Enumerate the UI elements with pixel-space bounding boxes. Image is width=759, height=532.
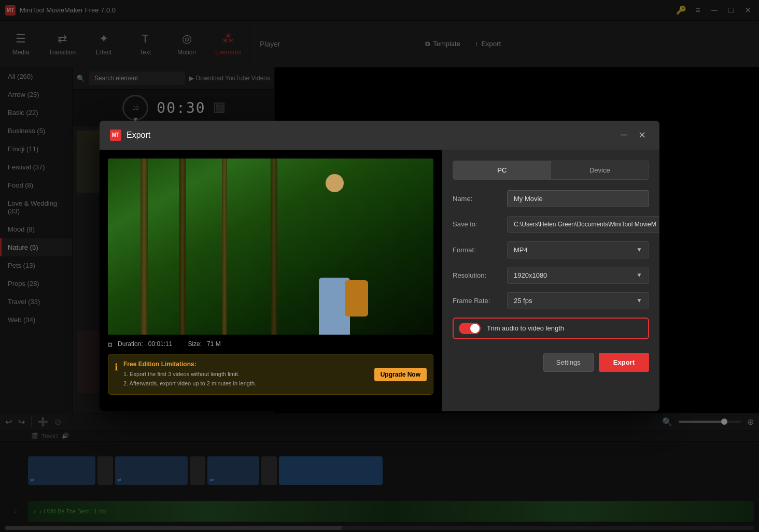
resolution-setting-row: Resolution: 1920x1080 ▼ bbox=[453, 267, 649, 284]
frame-rate-label: Frame Rate: bbox=[453, 297, 502, 305]
tree-trunk-2 bbox=[179, 159, 186, 335]
resolution-label: Resolution: bbox=[453, 271, 502, 279]
trim-audio-row: Trim audio to video length bbox=[453, 318, 649, 339]
chevron-down-icon: ▼ bbox=[636, 246, 642, 253]
limitation-title: Free Edition Limitations: bbox=[123, 361, 369, 368]
name-label: Name: bbox=[453, 195, 502, 203]
modal-header: MT Export ─ ✕ bbox=[100, 121, 659, 150]
size-label: Size: bbox=[188, 340, 202, 348]
duration-value: 00:01:11 bbox=[148, 340, 173, 348]
duration-label: Duration: bbox=[118, 340, 143, 348]
resolution-dropdown[interactable]: 1920x1080 ▼ bbox=[507, 267, 649, 284]
tree-trunk-4 bbox=[271, 159, 277, 335]
format-setting-row: Format: MP4 ▼ bbox=[453, 241, 649, 258]
tree-trunk-3 bbox=[222, 159, 227, 335]
save-to-setting-row: Save to: C:\Users\Helen Green\Documents\… bbox=[453, 215, 649, 233]
modal-minimize-button[interactable]: ─ bbox=[621, 130, 627, 140]
info-icon: ℹ bbox=[115, 362, 118, 373]
format-dropdown[interactable]: MP4 ▼ bbox=[507, 241, 649, 258]
limitation-line2: 2. Afterwards, export video up to 2 minu… bbox=[123, 379, 369, 389]
save-to-label: Save to: bbox=[453, 220, 502, 228]
modal-close-button[interactable]: ✕ bbox=[635, 128, 649, 142]
name-setting-row: Name: bbox=[453, 190, 649, 207]
tab-pc[interactable]: PC bbox=[453, 161, 551, 179]
limitation-text: Free Edition Limitations: 1. Export the … bbox=[123, 361, 369, 388]
preview-info: ⧈ Duration: 00:01:11 Size: 71 M bbox=[108, 340, 433, 349]
export-modal: MT Export ─ ✕ bbox=[100, 121, 659, 411]
name-input[interactable] bbox=[507, 190, 649, 207]
upgrade-now-button[interactable]: Upgrade Now bbox=[374, 368, 427, 381]
person-head bbox=[326, 174, 344, 192]
trim-audio-label: Trim audio to video length bbox=[487, 324, 564, 332]
frame-rate-value: 25 fps bbox=[514, 297, 532, 305]
modal-title: Export bbox=[126, 131, 615, 140]
modal-overlay: MT Export ─ ✕ bbox=[0, 0, 759, 532]
format-value: MP4 bbox=[514, 246, 528, 254]
tree-trunk-1 bbox=[140, 159, 148, 335]
export-modal-button[interactable]: Export bbox=[599, 353, 649, 372]
chevron-down-icon: ▼ bbox=[636, 271, 642, 279]
modal-settings: PC Device Name: Save to: C:\Users\Helen … bbox=[442, 150, 659, 411]
modal-logo: MT bbox=[110, 130, 121, 141]
person-figure bbox=[301, 174, 368, 335]
resolution-value: 1920x1080 bbox=[514, 271, 547, 279]
modal-preview: ⧈ Duration: 00:01:11 Size: 71 M ℹ Free E… bbox=[100, 150, 442, 411]
tab-device[interactable]: Device bbox=[551, 161, 649, 179]
person-body bbox=[319, 278, 350, 335]
preview-image bbox=[108, 159, 433, 335]
save-to-input-group: C:\Users\Helen Green\Documents\MiniTool … bbox=[507, 215, 659, 233]
save-to-path: C:\Users\Helen Green\Documents\MiniTool … bbox=[507, 216, 659, 233]
duration-icon: ⧈ bbox=[108, 340, 113, 349]
chevron-down-icon: ▼ bbox=[636, 297, 642, 304]
person-backpack bbox=[345, 280, 368, 317]
settings-button[interactable]: Settings bbox=[543, 353, 594, 372]
size-value: 71 M bbox=[207, 340, 221, 348]
frame-rate-setting-row: Frame Rate: 25 fps ▼ bbox=[453, 292, 649, 309]
format-label: Format: bbox=[453, 246, 502, 254]
toggle-knob bbox=[470, 324, 480, 333]
frame-rate-dropdown[interactable]: 25 fps ▼ bbox=[507, 292, 649, 309]
modal-footer: Settings Export bbox=[453, 353, 649, 372]
modal-body: ⧈ Duration: 00:01:11 Size: 71 M ℹ Free E… bbox=[100, 150, 659, 411]
limitation-line1: 1. Export the first 3 videos without len… bbox=[123, 370, 369, 379]
trim-audio-toggle[interactable] bbox=[459, 323, 481, 334]
export-tab-row: PC Device bbox=[453, 161, 649, 180]
limitation-box: ℹ Free Edition Limitations: 1. Export th… bbox=[108, 354, 433, 395]
